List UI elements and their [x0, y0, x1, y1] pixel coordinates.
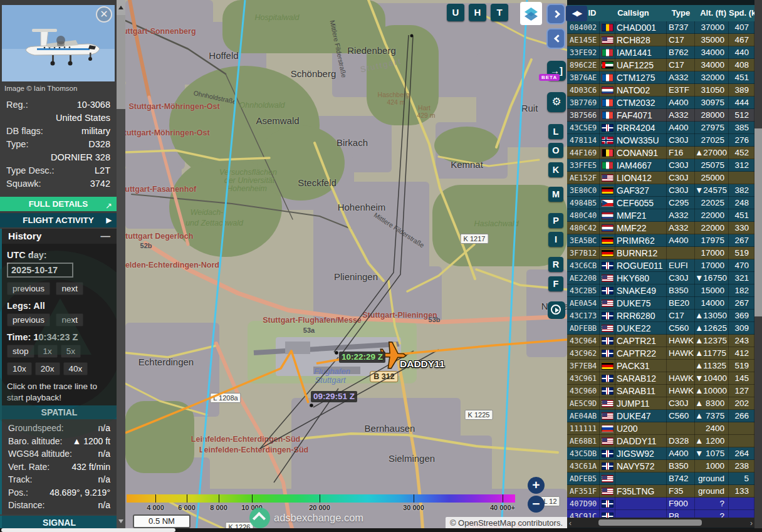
map-filter-button[interactable]: K [548, 162, 563, 177]
map-filter-button[interactable]: I [548, 232, 563, 247]
day-next-button[interactable]: next [56, 282, 83, 295]
map-filter-button[interactable]: R [548, 257, 563, 272]
cell-flag [600, 335, 615, 347]
table-row[interactable]: 3EA5BC PRIMR62 A400 17975 267 [567, 234, 754, 247]
table-row[interactable]: AE04AB DUKE47 C560 ▲ 7375 266 [567, 410, 754, 422]
table-row[interactable]: AE5C9D JUMP11 C30J ▲ 8300 202 [567, 397, 754, 410]
table-horizontal-scrollbar[interactable]: ‹ › [567, 518, 754, 528]
table-header[interactable]: Hex ID Callsign Type Alt. (ft) Spd. (kt) [567, 5, 754, 21]
table-row[interactable]: 44F169 CONAN91 F16 ▲27000 452 [567, 147, 754, 159]
settings-gear-button[interactable]: ⚙ [547, 92, 566, 112]
table-collapse-button[interactable]: ◀▶ [566, 6, 587, 21]
header-type[interactable]: Type [667, 5, 695, 21]
table-row[interactable]: AE2208 HKY680 C30J ▼16750 321 [567, 272, 754, 284]
spatial-row: Vert. Rate: 432 ft/min [2, 461, 117, 474]
table-row[interactable]: ADFEBB DUKE22 C560 ▲12625 309 [567, 322, 754, 335]
expand-panel-button[interactable] [546, 4, 565, 24]
sidebar-scroll-thumb[interactable] [117, 15, 125, 109]
table-row[interactable]: 43C962 CAPTR22 HAWK ▲11775 412 [567, 347, 754, 360]
table-row[interactable]: 084002 CHAD001 B737 37000 407 [567, 21, 754, 34]
country-flag-icon [602, 387, 613, 395]
utc-day-input[interactable] [7, 263, 73, 278]
table-row[interactable]: 43C173 RRR6280 C17 ▲13050 369 [567, 310, 754, 322]
table-row[interactable]: 478114 NOW335U C30J 27025 276 [567, 134, 754, 147]
table-row[interactable]: 33FFE5 IAM4667 C30J 25075 312 [567, 159, 754, 172]
table-row[interactable]: 43C91C P8 ? [567, 510, 754, 518]
collapse-panel-button[interactable] [546, 28, 565, 49]
flight-activity-button[interactable]: FLIGHT ACTIVITY ▶ [0, 213, 117, 227]
map-filter-button[interactable]: M [548, 187, 563, 202]
table-vertical-scrollbar[interactable] [754, 0, 762, 528]
table-hscroll-thumb[interactable] [598, 519, 702, 526]
playback-speed-button[interactable]: 40x [63, 362, 88, 375]
header-alt[interactable]: Alt. (ft) [695, 5, 729, 21]
spatial-section-header[interactable]: SPATIAL [0, 405, 117, 419]
table-row[interactable]: AF351F F35LTNG F35 ground 133 [567, 485, 754, 498]
scroll-left-icon[interactable]: ‹ [569, 519, 572, 528]
day-previous-button[interactable]: previous [7, 282, 50, 295]
cell-flag [600, 134, 615, 147]
table-row[interactable]: 33FE92 IAM1441 B762 34000 440 [567, 46, 754, 59]
table-row[interactable]: 480C40 MMF21 A332 22000 451 [567, 209, 754, 222]
scroll-right-icon[interactable]: › [750, 519, 753, 528]
signal-section-header[interactable]: SIGNAL [0, 516, 117, 529]
history-section-header[interactable]: History — [0, 229, 117, 244]
sidebar-scrollbar[interactable] [117, 0, 125, 528]
collapse-icon[interactable]: — [101, 229, 111, 244]
table-row[interactable]: 4984B5 CEF6055 C295 22025 248 [567, 197, 754, 209]
table-row[interactable]: AE68B1 DADDY11 D328 ▲ 1200 [567, 435, 754, 447]
scroll-up-icon[interactable] [117, 0, 125, 15]
table-row[interactable]: 407D90 F900 ? [567, 498, 754, 510]
table-row[interactable]: 111111 U200 2400 [567, 422, 754, 435]
map-canvas[interactable]: HoffeldRiedenbergSchönbergAsemwaldBirkac… [125, 0, 567, 532]
table-row[interactable]: 43C5E9 RRR4204 A400 27975 385 [567, 122, 754, 134]
leg-next-button[interactable]: next [56, 313, 83, 326]
playback-speed-button[interactable]: 1x [38, 345, 58, 358]
header-callsign[interactable]: Callsign [600, 5, 667, 21]
zoom-in-button[interactable]: + [528, 477, 545, 494]
table-row[interactable]: 3B76AE CTM1275 A332 32000 451 [567, 71, 754, 84]
close-icon[interactable]: ✕ [96, 6, 112, 23]
map-toggle-button[interactable]: U [447, 4, 464, 21]
map-filter-button[interactable]: L [548, 124, 563, 139]
map-filter-button[interactable]: O [548, 143, 563, 158]
table-row[interactable]: AE145E RCH828 C17 35000 467 [567, 34, 754, 46]
table-row[interactable]: 43C5DB JIGSW92 A400 ▼ 1075 264 [567, 447, 754, 460]
table-row[interactable]: 3F7EB4 PACK31 ▲11325 519 [567, 360, 754, 372]
table-row[interactable]: ADFEB5 B742 ground 5 [567, 472, 754, 485]
table-row[interactable]: AE152F LION412 C30J 25000 [567, 172, 754, 184]
table-row[interactable]: 896C2E UAF1225 C17 34000 408 [567, 59, 754, 71]
table-row[interactable]: 3F7B12 BURNR12 17000 519 [567, 247, 754, 259]
map-filter-button[interactable]: F [548, 276, 563, 291]
playback-speed-button[interactable]: 20x [35, 362, 60, 375]
full-details-button[interactable]: FULL DETAILS ↗ [0, 197, 117, 211]
table-row[interactable]: 43C960 SARAB11 HAWK ▲10000 127 [567, 385, 754, 397]
header-spd[interactable]: Spd. (kt) [729, 5, 754, 21]
scroll-down-icon[interactable] [117, 514, 125, 528]
replay-button[interactable] [548, 301, 565, 319]
table-row[interactable]: 480C42 MMF22 A332 22000 330 [567, 222, 754, 234]
table-vscroll-thumb[interactable] [754, 128, 762, 316]
playback-speed-button[interactable]: stop [7, 345, 34, 358]
table-row[interactable]: 43C964 CAPTR21 HAWK ▲12375 243 [567, 335, 754, 347]
table-row[interactable]: 43C61A NAVY572 B350 1000 238 [567, 460, 754, 472]
page-horizontal-scrollbar[interactable] [0, 528, 762, 532]
table-row[interactable]: 3E80C0 GAF327 C30J ▼24575 382 [567, 184, 754, 197]
zoom-out-button[interactable]: − [528, 496, 545, 513]
table-row[interactable]: 3B7566 FAF4071 A332 28000 512 [567, 109, 754, 122]
playback-speed-button[interactable]: 10x [7, 362, 32, 375]
layers-button[interactable] [520, 2, 542, 25]
table-row[interactable]: 43C6CB ROGUE011 EUFI 17000 470 [567, 259, 754, 272]
table-row[interactable]: 43C2B5 SNAKE49 B350 15000 182 [567, 284, 754, 297]
table-row[interactable]: 3B7769 CTM2032 A400 30975 444 [567, 96, 754, 109]
table-row[interactable]: 43C961 SARAB12 HAWK ▼10400 145 [567, 372, 754, 385]
page-hscroll-thumb[interactable] [1, 528, 175, 532]
map-toggle-button[interactable]: T [491, 4, 508, 21]
osm-attribution[interactable]: © OpenStreetMap contributors. [446, 517, 567, 529]
table-row[interactable]: 4D03C6 NATO02 E3TF 31050 389 [567, 84, 754, 96]
table-row[interactable]: AE0A54 DUKE75 BE20 14000 267 [567, 297, 754, 310]
leg-previous-button[interactable]: previous [7, 313, 50, 326]
map-filter-button[interactable]: P [548, 213, 563, 228]
map-toggle-button[interactable]: H [469, 4, 486, 21]
playback-speed-button[interactable]: 5x [61, 345, 81, 358]
